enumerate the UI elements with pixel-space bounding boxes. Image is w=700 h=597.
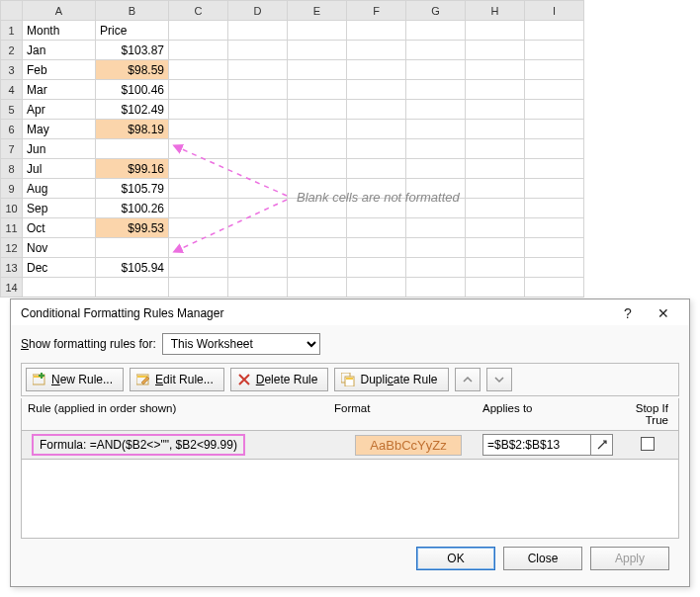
cell[interactable] (288, 80, 347, 100)
cell[interactable] (288, 238, 347, 258)
scope-select[interactable]: This Worksheet (162, 333, 320, 355)
cell[interactable] (466, 238, 525, 258)
cell[interactable] (288, 60, 347, 80)
cell[interactable] (347, 21, 406, 41)
cell[interactable] (169, 159, 228, 179)
cell[interactable] (347, 278, 406, 298)
cell[interactable] (23, 278, 96, 298)
cell[interactable]: Jul (23, 159, 96, 179)
cell[interactable] (525, 60, 584, 80)
row-header[interactable]: 4 (1, 80, 23, 100)
cell[interactable] (228, 278, 288, 298)
cell[interactable] (525, 179, 584, 199)
col-header-C[interactable]: C (169, 1, 228, 21)
cell[interactable] (525, 21, 584, 41)
cell[interactable] (169, 278, 228, 298)
cell[interactable] (406, 21, 466, 41)
cell[interactable] (347, 238, 406, 258)
cell[interactable]: Apr (23, 100, 96, 120)
cell[interactable]: May (23, 120, 96, 139)
cell[interactable] (288, 139, 347, 159)
cell[interactable] (525, 100, 584, 120)
cell[interactable] (466, 100, 525, 120)
new-rule-button[interactable]: New Rule... (26, 368, 124, 391)
cell[interactable] (169, 41, 228, 60)
row-header[interactable]: 10 (1, 199, 23, 218)
cell[interactable] (525, 199, 584, 218)
cell[interactable] (525, 218, 584, 238)
cell[interactable] (525, 139, 584, 159)
cell[interactable] (228, 159, 288, 179)
row-header[interactable]: 14 (1, 278, 23, 298)
range-picker-button[interactable] (591, 434, 613, 456)
cell[interactable] (525, 120, 584, 139)
col-header-F[interactable]: F (347, 1, 406, 21)
cell[interactable] (169, 258, 228, 278)
rule-row[interactable]: Formula: =AND($B2<>"", $B2<99.99) AaBbCc… (21, 430, 679, 460)
col-header-I[interactable]: I (525, 1, 584, 21)
cell[interactable] (466, 179, 525, 199)
row-header[interactable]: 1 (1, 21, 23, 41)
cell[interactable]: Nov (23, 238, 96, 258)
cell[interactable] (169, 120, 228, 139)
cell[interactable] (96, 139, 169, 159)
cell[interactable] (347, 80, 406, 100)
row-header[interactable]: 12 (1, 238, 23, 258)
cell[interactable] (169, 218, 228, 238)
col-header-H[interactable]: H (466, 1, 525, 21)
cell[interactable] (466, 120, 525, 139)
col-header-B[interactable]: B (96, 1, 169, 21)
cell[interactable] (466, 258, 525, 278)
cell[interactable]: Mar (23, 80, 96, 100)
close-icon[interactable]: ✕ (646, 305, 681, 321)
row-header[interactable]: 2 (1, 41, 23, 60)
help-button[interactable]: ? (610, 305, 646, 321)
cell[interactable] (288, 159, 347, 179)
cell[interactable] (466, 41, 525, 60)
cell[interactable] (347, 60, 406, 80)
cell[interactable] (169, 100, 228, 120)
cell[interactable] (466, 159, 525, 179)
cell[interactable] (466, 60, 525, 80)
row-header[interactable]: 9 (1, 179, 23, 199)
cell[interactable] (347, 139, 406, 159)
cell[interactable] (406, 41, 466, 60)
cell[interactable] (406, 139, 466, 159)
cell[interactable] (228, 139, 288, 159)
cell[interactable]: Feb (23, 60, 96, 80)
cell[interactable] (466, 278, 525, 298)
cell[interactable] (406, 238, 466, 258)
cell[interactable] (406, 258, 466, 278)
row-header[interactable]: 11 (1, 218, 23, 238)
ok-button[interactable]: OK (416, 547, 495, 570)
cell[interactable] (466, 21, 525, 41)
cell[interactable]: $99.53 (96, 218, 169, 238)
close-button[interactable]: Close (503, 547, 582, 570)
cell[interactable] (228, 258, 288, 278)
apply-button[interactable]: Apply (590, 547, 669, 570)
cell[interactable] (466, 139, 525, 159)
applies-to-input[interactable] (482, 434, 591, 456)
cell[interactable] (228, 238, 288, 258)
stop-if-true-checkbox[interactable] (641, 437, 655, 451)
select-all-corner[interactable] (1, 1, 23, 21)
cell[interactable]: Jun (23, 139, 96, 159)
cell[interactable] (169, 199, 228, 218)
cell[interactable]: Sep (23, 199, 96, 218)
cell[interactable]: $105.94 (96, 258, 169, 278)
cell[interactable]: Oct (23, 218, 96, 238)
cell[interactable] (288, 258, 347, 278)
cell[interactable]: $100.46 (96, 80, 169, 100)
col-header-A[interactable]: A (23, 1, 96, 21)
cell[interactable] (406, 218, 466, 238)
cell[interactable]: $98.19 (96, 120, 169, 139)
cell[interactable] (228, 21, 288, 41)
cell[interactable] (406, 60, 466, 80)
cell[interactable] (406, 100, 466, 120)
row-header[interactable]: 5 (1, 100, 23, 120)
move-up-button[interactable] (455, 368, 481, 391)
cell[interactable] (288, 278, 347, 298)
row-header[interactable]: 13 (1, 258, 23, 278)
cell[interactable] (525, 159, 584, 179)
cell[interactable]: Price (96, 21, 169, 41)
